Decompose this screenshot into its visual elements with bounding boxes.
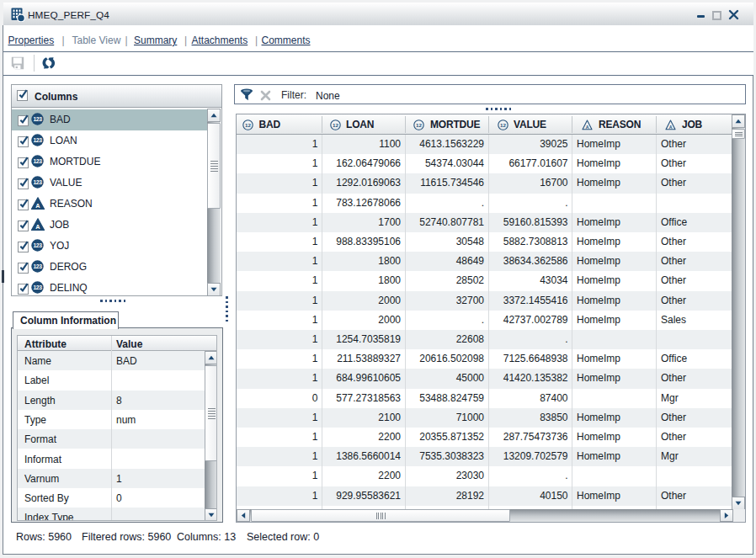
svg-text:123: 123	[33, 158, 42, 164]
svg-text:123: 123	[33, 116, 42, 122]
svg-text:A: A	[669, 124, 673, 129]
svg-text:A: A	[585, 124, 588, 129]
svg-text:12: 12	[245, 121, 251, 127]
svg-text:123: 123	[33, 284, 42, 290]
svg-text:123: 123	[33, 263, 42, 269]
svg-text:A: A	[35, 202, 40, 210]
svg-text:123: 123	[33, 242, 42, 248]
svg-text:A: A	[35, 223, 40, 231]
svg-text:12: 12	[416, 121, 422, 127]
svg-text:123: 123	[33, 137, 42, 143]
svg-text:12: 12	[500, 121, 506, 127]
svg-text:12: 12	[333, 121, 338, 127]
svg-text:123: 123	[33, 179, 42, 185]
